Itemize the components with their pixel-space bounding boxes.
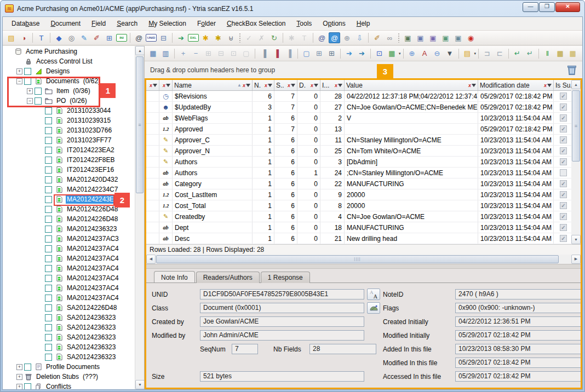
- scroll-left-icon[interactable]: ◀: [146, 255, 156, 264]
- text-properties-icon[interactable]: T: [36, 32, 47, 43]
- tree-item[interactable]: Acme Purchasing: [3, 47, 135, 56]
- collapse-icon[interactable]: −: [27, 98, 33, 104]
- revert-changes-icon[interactable]: ↵: [524, 48, 536, 59]
- tree-checkbox[interactable]: [45, 295, 52, 302]
- compare-icon[interactable]: ∞: [384, 32, 395, 43]
- summary-checkbox[interactable]: ✓: [560, 125, 567, 132]
- tree-checkbox[interactable]: [45, 285, 52, 292]
- value-size[interactable]: 521 bytes: [200, 371, 364, 382]
- fontA-button[interactable]: [367, 289, 380, 300]
- open-database-icon[interactable]: ▤: [5, 32, 17, 43]
- grid-cell[interactable]: 0: [297, 189, 320, 200]
- checkbox-select-icon[interactable]: ▣: [402, 32, 414, 43]
- modification-date-cell[interactable]: 05/29/2017 02:18:42 PM: [478, 102, 554, 112]
- grid-cell[interactable]: ab: [159, 222, 173, 233]
- expand-icon[interactable]: +: [27, 88, 33, 94]
- grid-cell[interactable]: 6: [274, 233, 297, 244]
- grid-cell[interactable]: 11: [320, 135, 345, 145]
- field-name-cell[interactable]: Category: [173, 178, 253, 189]
- tree-item[interactable]: MA20124237AC4: [3, 263, 135, 273]
- grid-cell[interactable]: 6: [274, 200, 297, 211]
- field-name-cell[interactable]: Authors: [173, 168, 253, 178]
- grid-display-icon[interactable]: ▥: [160, 48, 171, 59]
- summary-checkbox[interactable]: ✓: [560, 93, 567, 100]
- grid-cell[interactable]: ab: [159, 168, 173, 178]
- tree-checkbox[interactable]: [45, 275, 52, 282]
- cancel-icon[interactable]: ✗: [256, 32, 267, 43]
- grid-cell[interactable]: ab: [159, 233, 173, 244]
- tree-item[interactable]: MA20124226D48: [3, 214, 135, 224]
- checkbox-swap-icon[interactable]: ▣: [440, 32, 451, 43]
- tree-item[interactable]: 20131023FF77: [3, 135, 135, 145]
- highlight-column-icon[interactable]: ▦: [554, 48, 566, 59]
- modification-date-cell[interactable]: 10/23/2013 11:54:04 AM: [478, 168, 554, 178]
- menu-options[interactable]: Options: [317, 18, 351, 30]
- maximize-button[interactable]: ❐: [539, 2, 555, 12]
- tree-checkbox[interactable]: [45, 176, 52, 183]
- tab-readers-authors[interactable]: Readers/Authors: [196, 272, 260, 283]
- field-row[interactable]: ✎Authors1603[DbAdmin]10/23/2013 11:54:04…: [146, 157, 571, 168]
- field-value-cell[interactable]: CN=Stanley Millington/O=ACME: [345, 135, 478, 145]
- field-row[interactable]: abDesc16021New drilling head10/23/2013 1…: [146, 233, 571, 244]
- grid-cell[interactable]: 4: [320, 211, 345, 222]
- menu-folder[interactable]: Folder: [192, 18, 221, 30]
- expand-icon[interactable]: +: [16, 384, 22, 390]
- grid-cell[interactable]: ◷: [159, 91, 173, 101]
- value-modified-in-this-file[interactable]: 05/29/2017 02:18:42 PM: [455, 358, 581, 368]
- grid-cell[interactable]: ✎: [159, 211, 173, 222]
- tree-checkbox[interactable]: [45, 304, 52, 312]
- navigator-icon[interactable]: ◆: [53, 32, 65, 43]
- group-bar[interactable]: Drag & drop column headers here to group: [145, 61, 582, 78]
- summary-checkbox[interactable]: ✓: [560, 136, 567, 143]
- scales-button[interactable]: [367, 302, 380, 314]
- delete-column-trash-icon[interactable]: [567, 65, 577, 76]
- column-header-Modification date[interactable]: Modification datex: [478, 80, 554, 90]
- check-grid-icon[interactable]: ▦: [386, 48, 398, 59]
- column-header-I...[interactable]: I...x: [320, 80, 345, 90]
- expand-icon[interactable]: +: [16, 68, 22, 74]
- grid-cell[interactable]: [146, 124, 159, 134]
- tree-checkbox[interactable]: [45, 245, 52, 252]
- summary-checkbox[interactable]: ✓: [560, 191, 567, 198]
- menu-database[interactable]: Database: [6, 18, 45, 30]
- copy-link-icon[interactable]: ⊕: [341, 32, 353, 43]
- tree-item[interactable]: 201310239315: [3, 116, 135, 125]
- expand-all-icon[interactable]: ⊞: [203, 48, 214, 59]
- collapse-all-icon[interactable]: ⊟: [215, 48, 227, 59]
- grid-cell[interactable]: 1: [253, 168, 274, 178]
- at-formula-icon[interactable]: @: [329, 32, 340, 43]
- field-name-cell[interactable]: $Revisions: [173, 91, 253, 101]
- dropdown-arrow-icon[interactable]: ▾: [474, 51, 477, 56]
- remove-row-icon[interactable]: −: [190, 48, 202, 59]
- tree-checkbox[interactable]: [45, 324, 52, 331]
- copy-cells-icon[interactable]: ⊞: [313, 48, 325, 59]
- tree-item[interactable]: MA20124236323: [3, 224, 135, 234]
- field-name-cell[interactable]: Approved: [173, 124, 253, 134]
- tree-item[interactable]: SA20124226D48: [3, 303, 135, 313]
- summary-checkbox[interactable]: [560, 169, 567, 176]
- is-summary-cell[interactable]: ✓: [554, 189, 571, 200]
- refresh-rows-icon[interactable]: ⊡: [228, 48, 239, 59]
- tree-checkbox[interactable]: [45, 166, 52, 174]
- import-document-icon[interactable]: ⇩: [354, 32, 365, 43]
- tree-item[interactable]: 201310233044: [3, 106, 135, 116]
- field-name-cell[interactable]: Desc: [173, 233, 253, 244]
- selection-mode-icon[interactable]: ▢: [301, 48, 312, 59]
- menu-my-selection[interactable]: My Selection: [143, 18, 192, 30]
- favorite-document-icon[interactable]: ✱: [286, 32, 297, 43]
- expand-icon[interactable]: +: [16, 364, 22, 370]
- grid-cell[interactable]: 3: [253, 102, 274, 112]
- grid-cell[interactable]: 6: [253, 91, 274, 101]
- field-name-cell[interactable]: Approver_C: [173, 135, 253, 145]
- menu-document[interactable]: Document: [45, 18, 86, 30]
- modification-date-cell[interactable]: 10/23/2013 11:54:04 AM: [478, 189, 554, 200]
- is-summary-cell[interactable]: ✓: [554, 157, 571, 167]
- menu-field[interactable]: Field: [86, 18, 111, 30]
- add-row-icon[interactable]: +: [177, 48, 189, 59]
- add-note-icon[interactable]: ▤: [462, 48, 473, 59]
- grid-cell[interactable]: 1: [253, 211, 274, 222]
- color-column-icon[interactable]: ▐: [271, 48, 282, 59]
- tree-checkbox[interactable]: [45, 137, 52, 144]
- edit-fields-icon[interactable]: ✎: [78, 32, 90, 43]
- grid-cell[interactable]: [146, 168, 159, 178]
